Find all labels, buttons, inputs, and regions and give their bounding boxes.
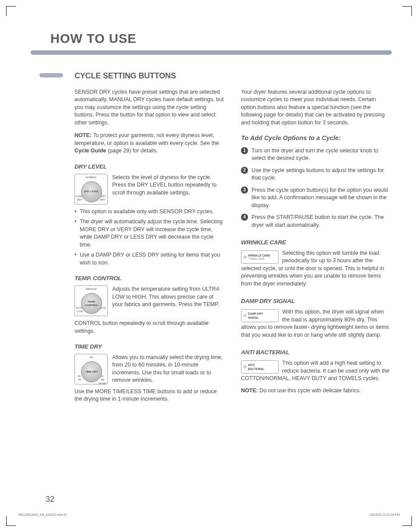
note-label: NOTE: (74, 132, 92, 138)
list-item: The dryer will automatically adjust the … (74, 218, 225, 249)
dry-level-desc: Selects the level of dryness for the cyc… (112, 174, 225, 204)
section-cycle-setting-buttons: CYCLE SETTING BUTTONS SENSOR DRY cycles … (74, 70, 392, 409)
temp-control-tail: CONTROL button repeatedly to scroll thro… (74, 320, 225, 335)
button-label: WRINKLE CARE * CHILD LOCK (248, 254, 270, 261)
note-text-2: (page 29) for details. (106, 148, 158, 154)
time-dry-knob-icon: 40 20 · 30 50 · 60 MORE TIME DRY (74, 354, 108, 384)
column-right: Your dryer features several additional c… (241, 88, 392, 409)
note-cycle-guide: Cycle Guide (74, 148, 106, 154)
intro-paragraph-right: Your dryer features several additional c… (241, 88, 392, 127)
anti-bacterial-button-icon: ANTI BACTERIAL (241, 360, 279, 373)
knob-top-label: MEDIUM (75, 287, 107, 291)
temp-control-knob-icon: MEDIUM ULTRA LOW HIGH TEMP. CONTROL (74, 285, 108, 316)
crop-mark-bottom-left (6, 516, 16, 526)
section-anti-bacterial: ANTI BACTERIAL ANTI BACTERIAL This optio… (241, 349, 392, 382)
note-text-1: To protect your garments, not every dryn… (74, 132, 219, 146)
dry-level-block: NORMAL DAMP DRY VERY DRY DRY LEVEL Selec… (74, 174, 225, 204)
footer-timestamp: 10/12/10 12:11:15 PM (369, 513, 400, 517)
dry-level-bullets: This option is available only with SENSO… (74, 208, 225, 267)
crop-mark-bottom-right (402, 516, 412, 526)
temp-control-block: MEDIUM ULTRA LOW HIGH TEMP. CONTROL Adju… (74, 285, 225, 316)
knob-dial: TEMP. CONTROL (81, 293, 102, 314)
step-row: 3 Press the cycle option button(s) for t… (241, 187, 392, 210)
knob-top-label: NORMAL (75, 176, 107, 179)
damp-dry-button-icon: DAMP DRY SIGNAL (241, 309, 279, 322)
note-text: Do not use this cycle with delicate fabr… (258, 388, 361, 394)
knob-dial: DRY LEVEL (81, 181, 102, 202)
dry-level-knob-icon: NORMAL DAMP DRY VERY DRY DRY LEVEL (74, 174, 108, 204)
crop-mark-top-right (402, 6, 412, 16)
page-title: HOW TO USE (50, 30, 392, 48)
button-line1: ANTI (248, 363, 265, 367)
step-text: Use the cycle settings buttons to adjust… (252, 167, 392, 182)
crop-mark-top-left (6, 6, 16, 16)
button-line2: SIGNAL (248, 316, 263, 320)
step-number-icon: 1 (241, 147, 248, 154)
button-line2: * CHILD LOCK (248, 257, 270, 261)
step-row: 4 Press the START/PAUSE button to start … (241, 214, 392, 229)
heading-temp-control: TEMP. CONTROL (74, 275, 225, 283)
step-text: Press the cycle option button(s) for the… (252, 187, 392, 210)
section-damp-dry-signal: DAMP DRY SIGNAL DAMP DRY SIGNAL With thi… (241, 297, 392, 339)
time-dry-tail: Use the MORE TIME/LESS TIME buttons to a… (74, 388, 225, 403)
note-paragraph: NOTE: To protect your garments, not ever… (74, 132, 225, 155)
wrinkle-care-button-icon: WRINKLE CARE * CHILD LOCK (241, 250, 279, 264)
section-title: CYCLE SETTING BUTTONS (74, 70, 392, 81)
step-row: 2 Use the cycle settings buttons to adju… (241, 167, 392, 182)
title-underline-bar (35, 50, 392, 55)
led-dot-icon (244, 256, 246, 258)
page-content: HOW TO USE CYCLE SETTING BUTTONS SENSOR … (0, 0, 418, 426)
anti-bacterial-note: NOTE: Do not use this cycle with delicat… (241, 387, 392, 395)
step-number-icon: 3 (241, 187, 248, 194)
section-wrinkle-care: WRINKLE CARE WRINKLE CARE * CHILD LOCK S… (241, 239, 392, 288)
heading-time-dry: TIME DRY (74, 343, 225, 351)
step-text: Press the START/PAUSE button to start th… (252, 214, 392, 229)
list-item: Use a DAMP DRY or LESS DRY setting for i… (74, 251, 225, 267)
heading-dry-level: DRY LEVEL (74, 163, 225, 171)
knob-dial: TIME DRY (81, 361, 102, 382)
step-number-icon: 4 (241, 214, 248, 221)
time-dry-desc: Allows you to manually select the drying… (112, 354, 225, 384)
intro-paragraph-left: SENSOR DRY cycles have preset settings t… (74, 88, 225, 127)
column-left: SENSOR DRY cycles have preset settings t… (74, 88, 225, 409)
led-dot-icon (244, 314, 246, 317)
button-label: ANTI BACTERIAL (248, 363, 265, 371)
heading-add-options: To Add Cycle Options to a Cycle: (241, 134, 392, 142)
heading-wrinkle-care: WRINKLE CARE (241, 239, 392, 247)
step-number-icon: 2 (241, 167, 248, 174)
page-number: 32 (46, 494, 54, 505)
two-column-layout: SENSOR DRY cycles have preset settings t… (74, 88, 392, 409)
section-tab-marker (39, 73, 63, 78)
knob-top-label: 40 (75, 356, 107, 359)
button-line2: BACTERIAL (248, 367, 265, 371)
temp-control-desc: Adjusts the temperature setting from ULT… (112, 285, 225, 316)
time-dry-block: 40 20 · 30 50 · 60 MORE TIME DRY Allows … (74, 354, 225, 384)
note-label: NOTE: (241, 388, 258, 394)
step-row: 1 Turn on the dryer and turn the cycle s… (241, 147, 392, 162)
heading-damp-dry-signal: DAMP DRY SIGNAL (241, 297, 392, 306)
footer-filename: MFL62512831_EN_101012.indd 32 (18, 513, 67, 517)
led-dot-icon (244, 366, 246, 368)
step-text: Turn on the dryer and turn the cycle sel… (252, 147, 392, 162)
list-item: This option is available only with SENSO… (74, 208, 225, 216)
button-line1: DAMP DRY (248, 312, 263, 316)
button-line1: WRINKLE CARE (248, 254, 270, 257)
heading-anti-bacterial: ANTI BACTERIAL (241, 349, 392, 357)
button-label: DAMP DRY SIGNAL (248, 312, 263, 320)
